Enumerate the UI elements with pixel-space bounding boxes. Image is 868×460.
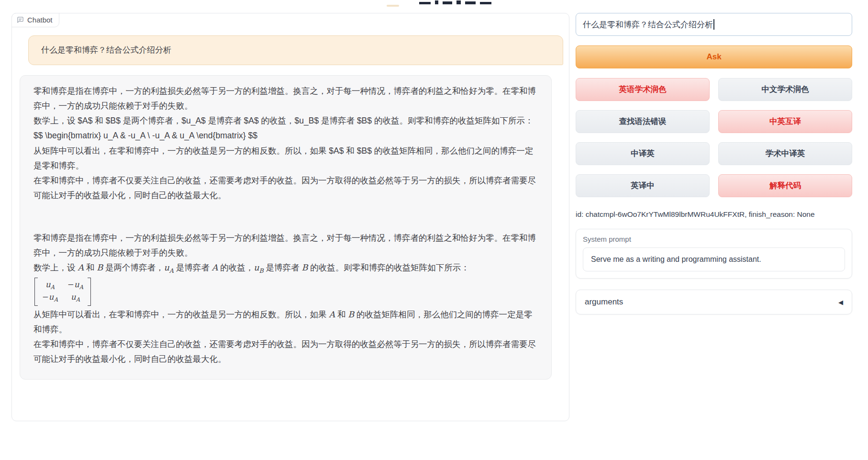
bot-latex-source: $$ \begin{bmatrix} u_A & -u_A \ -u_A & u… (33, 128, 538, 143)
action-button-zh-en-mutual-translate[interactable]: 中英互译 (718, 110, 852, 133)
bot-paragraph: 数学上，设 $A$ 和 $B$ 是两个博弈者，$u_A$ 是博弈者 $A$ 的收… (33, 113, 538, 128)
bot-paragraph: 在零和博弈中，博弈者不仅要关注自己的收益，还需要考虑对手的收益。因为一方取得的收… (33, 337, 538, 367)
arguments-accordion[interactable]: arguments ◀ (576, 290, 852, 314)
action-button-en-to-zh[interactable]: 英译中 (576, 174, 710, 197)
user-message: 什么是零和博弈？结合公式介绍分析 (28, 35, 563, 65)
system-prompt-input[interactable]: Serve me as a writing and programming as… (583, 247, 845, 271)
collapse-arrow-icon: ◀ (838, 299, 843, 306)
ask-button[interactable]: Ask (576, 45, 852, 68)
bot-paragraph: 零和博弈是指在博弈中，一方的利益损失必然等于另一方的利益增益。换言之，对于每一种… (33, 84, 538, 113)
bot-message: 零和博弈是指在博弈中，一方的利益损失必然等于另一方的利益增益。换言之，对于每一种… (20, 75, 552, 380)
arguments-accordion-label: arguments (585, 297, 623, 307)
action-button-explain-code[interactable]: 解释代码 (718, 174, 852, 197)
message-gap (33, 203, 538, 231)
system-prompt-value: Serve me as a writing and programming as… (591, 255, 761, 264)
chat-message-list[interactable]: 什么是零和博弈？结合公式介绍分析 零和博弈是指在博弈中，一方的利益损失必然等于另… (12, 13, 569, 421)
action-button-find-grammar-errors[interactable]: 查找语法错误 (576, 110, 710, 133)
matrix-cell: −uA (67, 280, 83, 292)
matrix-cell: uA (67, 292, 83, 304)
action-button-english-academic-polish[interactable]: 英语学术润色 (576, 78, 710, 101)
payoff-matrix: uA −uA −uA uA (34, 278, 91, 305)
quick-action-grid: 英语学术润色 中文学术润色 查找语法错误 中英互译 中译英 学术中译英 英译中 … (576, 78, 852, 197)
chatbot-panel: Chatbot 什么是零和博弈？结合公式介绍分析 零和博弈是指在博弈中，一方的利… (11, 13, 569, 421)
bot-paragraph-math: 从矩阵中可以看出，在零和博弈中，一方的收益是另一方的相反数。所以，如果 A 和 … (33, 307, 538, 337)
question-input[interactable]: 什么是零和博弈？结合公式介绍分析 (576, 13, 852, 36)
bot-paragraph: 在零和博弈中，博弈者不仅要关注自己的收益，还需要考虑对手的收益。因为一方取得的收… (33, 173, 538, 203)
matrix-right-bracket (88, 278, 91, 305)
matrix-cell: −uA (42, 292, 58, 304)
action-button-zh-to-en[interactable]: 中译英 (576, 142, 710, 165)
question-input-value: 什么是零和博弈？结合公式介绍分析 (583, 19, 713, 30)
system-prompt-label: System prompt (583, 235, 845, 243)
bot-paragraph: 零和博弈是指在博弈中，一方的利益损失必然等于另一方的利益增益。换言之，对于每一种… (33, 231, 538, 260)
app-page: Chatbot 什么是零和博弈？结合公式介绍分析 零和博弈是指在博弈中，一方的利… (0, 0, 868, 460)
matrix-cell: uA (42, 280, 58, 292)
bot-paragraph: 从矩阵中可以看出，在零和博弈中，一方的收益是另一方的相反数。所以，如果 $A$ … (33, 144, 538, 173)
action-button-chinese-academic-polish[interactable]: 中文学术润色 (718, 78, 852, 101)
user-message-text: 什么是零和博弈？结合公式介绍分析 (41, 45, 171, 55)
control-column: 什么是零和博弈？结合公式介绍分析 Ask 英语学术润色 中文学术润色 查找语法错… (576, 13, 852, 314)
text-cursor (713, 19, 714, 30)
system-prompt-group: System prompt Serve me as a writing and … (576, 229, 852, 279)
bot-paragraph-math: 数学上，设 A 和 B 是两个博弈者，uA 是博弈者 A 的收益，uB 是博弈者… (33, 260, 538, 276)
clipped-page-title (419, 0, 496, 4)
clipped-title-decoration (387, 5, 399, 7)
matrix-left-bracket (34, 278, 38, 305)
action-button-academic-zh-to-en[interactable]: 学术中译英 (718, 142, 852, 165)
completion-status-line: id: chatcmpl-6wOo7KrYTwMl89lbrMWRu4UkFFX… (576, 209, 852, 220)
